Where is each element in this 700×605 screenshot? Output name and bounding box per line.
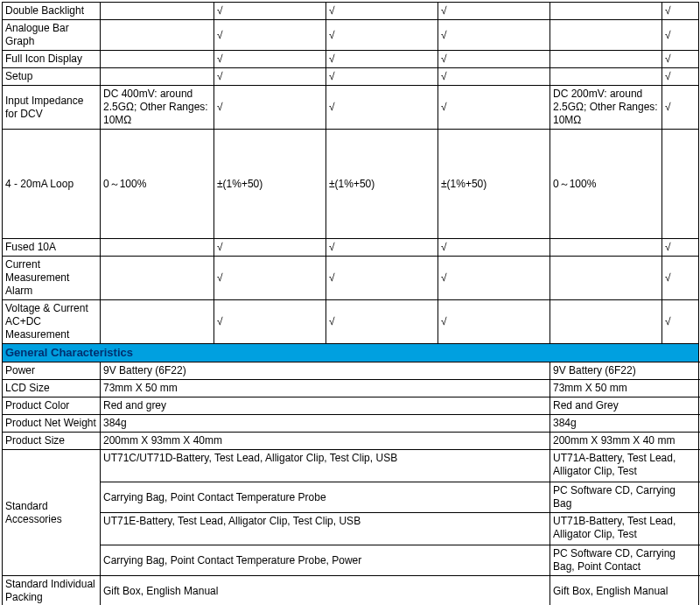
row-acc-2: Carrying Bag, Point Contact Temperature … (3, 482, 699, 513)
cell: √ (662, 257, 699, 300)
cell: Carrying Bag, Point Contact Temperature … (101, 482, 550, 513)
row-size: Product Size 200mm X 93mm X 40mm 200mm X… (3, 433, 699, 450)
cell (662, 130, 699, 239)
label: Product Color (3, 397, 101, 415)
label: LCD Size (3, 380, 101, 397)
row-power: Power 9V Battery (6F22) 9V Battery (6F22… (3, 362, 699, 380)
row-loop: 4 - 20mA Loop 0～100% ±(1%+50) ±(1%+50) ±… (3, 130, 699, 239)
cell (550, 239, 662, 257)
cell: √ (438, 20, 550, 51)
cell: √ (214, 257, 326, 300)
label: Voltage & Current AC+DC Measurement (3, 300, 101, 344)
cell: √ (662, 86, 699, 130)
cell: √ (214, 68, 326, 86)
row-setup: Setup √ √ √ √ √ (3, 68, 699, 86)
label: 4 - 20mA Loop (3, 130, 101, 239)
label: Double Backlight (3, 3, 101, 20)
cell: UT71E-Battery, Test Lead, Alligator Clip… (101, 513, 550, 545)
spec-table: Double Backlight √ √ √ √ √ Analogue Bar … (2, 2, 699, 605)
cell: √ (214, 3, 326, 20)
cell: √ (662, 300, 699, 344)
cell: 0～100% (101, 130, 214, 239)
cell: Red and grey (101, 397, 550, 415)
cell (101, 257, 214, 300)
cell: 384g (101, 415, 550, 433)
cell: Gift Box, English Manual (550, 576, 699, 605)
row-acc-4: Carrying Bag, Point Contact Temperature … (3, 545, 699, 576)
cell: 9V Battery (6F22) (550, 362, 699, 380)
cell: √ (326, 51, 438, 68)
cell: √ (438, 300, 550, 344)
label: Full Icon Display (3, 51, 101, 68)
cell: √ (662, 239, 699, 257)
row-general-header: General Characteristics (3, 344, 699, 362)
cell: ±(1%+50) (438, 130, 550, 239)
label: Standard Individual Packing (3, 576, 101, 605)
cell: √ (214, 51, 326, 68)
cell: √ (438, 68, 550, 86)
cell: DC 400mV: around 2.5GΩ; Other Ranges: 10… (101, 86, 214, 130)
cell (101, 239, 214, 257)
row-acc-1: Standard Accessories UT71C/UT71D-Battery… (3, 450, 699, 482)
cell: UT71B-Battery, Test Lead, Alligator Clip… (550, 513, 699, 545)
cell: √ (326, 300, 438, 344)
cell: √ (438, 239, 550, 257)
cell: 73mm X 50 mm (550, 380, 699, 397)
row-color: Product Color Red and grey Red and Grey (3, 397, 699, 415)
cell: √ (326, 3, 438, 20)
cell (101, 68, 214, 86)
cell: √ (326, 20, 438, 51)
cell (550, 257, 662, 300)
cell: 9V Battery (6F22) (101, 362, 550, 380)
cell: UT71C/UT71D-Battery, Test Lead, Alligato… (101, 450, 550, 482)
row-lcd: LCD Size 73mm X 50 mm 73mm X 50 mm (3, 380, 699, 397)
cell (550, 300, 662, 344)
label: Fused 10A (3, 239, 101, 257)
cell: √ (438, 257, 550, 300)
cell: Carrying Bag, Point Contact Temperature … (101, 545, 550, 576)
cell: Gift Box, English Manual (101, 576, 550, 605)
row-acc-3: UT71E-Battery, Test Lead, Alligator Clip… (3, 513, 699, 545)
cell: Red and Grey (550, 397, 699, 415)
label: Current Measurement Alarm (3, 257, 101, 300)
cell: √ (438, 51, 550, 68)
cell: √ (326, 257, 438, 300)
cell: √ (326, 68, 438, 86)
section-header: General Characteristics (3, 344, 699, 362)
row-fused: Fused 10A √ √ √ √ √ (3, 239, 699, 257)
cell (550, 20, 662, 51)
row-input-impedance: Input Impedance for DCV DC 400mV: around… (3, 86, 699, 130)
cell: √ (438, 86, 550, 130)
cell: √ (662, 3, 699, 20)
cell: √ (662, 68, 699, 86)
label: Product Size (3, 433, 101, 450)
cell: √ (214, 20, 326, 51)
row-weight: Product Net Weight 384g 384g (3, 415, 699, 433)
cell: √ (662, 51, 699, 68)
row-full-icon: Full Icon Display √ √ √ √ √ (3, 51, 699, 68)
cell: 200mm X 93mm X 40mm (101, 433, 550, 450)
cell: √ (662, 20, 699, 51)
label: Analogue Bar Graph (3, 20, 101, 51)
row-current-alarm: Current Measurement Alarm √ √ √ √ √ (3, 257, 699, 300)
cell (101, 51, 214, 68)
cell (101, 3, 214, 20)
cell: √ (438, 3, 550, 20)
label: Product Net Weight (3, 415, 101, 433)
label: Power (3, 362, 101, 380)
row-packing: Standard Individual Packing Gift Box, En… (3, 576, 699, 605)
cell (550, 68, 662, 86)
label: Setup (3, 68, 101, 86)
cell: UT71A-Battery, Test Lead, Alligator Clip… (550, 450, 699, 482)
cell: √ (326, 239, 438, 257)
row-vc-measurement: Voltage & Current AC+DC Measurement √ √ … (3, 300, 699, 344)
cell: ±(1%+50) (214, 130, 326, 239)
cell: PC Software CD, Carrying Bag (550, 482, 699, 513)
cell (101, 20, 214, 51)
cell: √ (214, 300, 326, 344)
cell: 0～100% (550, 130, 662, 239)
cell: 384g (550, 415, 699, 433)
cell: √ (214, 239, 326, 257)
label: Input Impedance for DCV (3, 86, 101, 130)
cell: DC 200mV: around 2.5GΩ; Other Ranges: 10… (550, 86, 662, 130)
